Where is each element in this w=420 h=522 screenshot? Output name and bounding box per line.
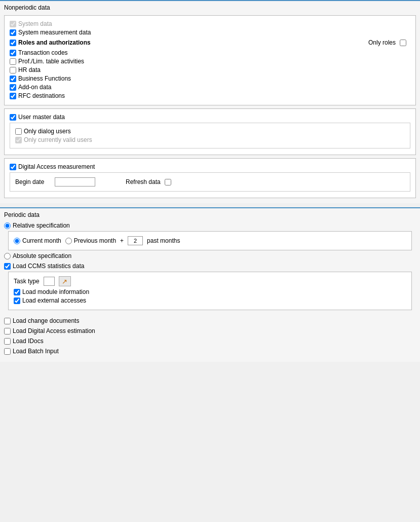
- months-input[interactable]: [128, 236, 143, 245]
- periodic-title: Periodic data: [0, 210, 420, 220]
- user-master-checkbox[interactable]: [10, 114, 16, 121]
- absolute-spec-radio[interactable]: [4, 253, 11, 259]
- business-functions-label: Business Functions: [18, 75, 71, 82]
- only-dialog-checkbox[interactable]: [15, 128, 22, 135]
- load-module-info-item: Load module information: [14, 288, 406, 295]
- nonperiodic-title: Nonperiodic data: [0, 3, 420, 13]
- hr-data-checkbox[interactable]: [10, 67, 16, 73]
- rfc-destinations-label: RFC destinations: [18, 92, 65, 99]
- system-data-checkbox[interactable]: [10, 21, 16, 27]
- digital-access-checkbox[interactable]: [10, 164, 16, 170]
- digital-access-inner: Begin date Refresh data: [10, 172, 410, 192]
- load-idocs-item: Load IDocs: [4, 338, 416, 345]
- begin-date-label: Begin date: [15, 178, 51, 185]
- refresh-data-label: Refresh data: [126, 178, 161, 185]
- current-month-label: Current month: [22, 237, 61, 244]
- transaction-codes-checkbox[interactable]: [10, 50, 16, 56]
- user-master-inner: Only dialog users Only currently valid u…: [10, 123, 410, 148]
- previous-month-radio-item: Previous month: [65, 237, 116, 244]
- only-roles-checkbox[interactable]: [400, 40, 406, 46]
- prof-lim-item: Prof./Lim. table activities: [10, 58, 410, 65]
- load-change-docs-item: Load change documents: [4, 317, 416, 324]
- begin-date-group: Begin date: [15, 177, 95, 187]
- task-type-input[interactable]: [44, 277, 55, 286]
- task-type-label: Task type: [14, 278, 40, 285]
- rfc-destinations-item: RFC destinations: [10, 92, 410, 99]
- export-icon: ↗: [62, 278, 67, 285]
- digital-access-label: Digital Access measurement: [18, 163, 95, 170]
- absolute-spec-label: Absolute specification: [13, 252, 71, 259]
- addon-data-checkbox[interactable]: [10, 84, 16, 91]
- load-ccms-checkbox[interactable]: [4, 263, 11, 270]
- relative-spec-radio-item: Relative specification: [4, 222, 416, 229]
- current-month-radio[interactable]: [14, 238, 20, 244]
- refresh-data-checkbox[interactable]: [165, 179, 171, 185]
- only-roles-group: Only roles: [368, 39, 410, 46]
- load-change-docs-checkbox[interactable]: [4, 318, 11, 324]
- addon-data-label: Add-on data: [18, 84, 51, 91]
- load-batch-input-item: Load Batch Input: [4, 348, 416, 355]
- only-valid-item: Only currently valid users: [15, 136, 405, 143]
- load-batch-input-checkbox[interactable]: [4, 348, 11, 355]
- relative-spec-content: Current month Previous month + past mont…: [8, 231, 412, 250]
- relative-spec-container: Relative specification Current month Pre…: [4, 222, 416, 250]
- begin-date-input[interactable]: [55, 177, 95, 187]
- business-functions-checkbox[interactable]: [10, 76, 16, 82]
- user-master-header: User master data: [10, 114, 410, 121]
- nonperiodic-box: System data System measurement data Role…: [4, 15, 416, 105]
- periodic-section: Periodic data Relative specification Cur…: [0, 207, 420, 362]
- only-roles-text: Only roles: [368, 39, 396, 46]
- user-master-section: User master data Only dialog users Only …: [4, 108, 416, 155]
- system-measurement-item: System measurement data: [10, 29, 410, 36]
- relative-spec-radio[interactable]: [4, 222, 11, 229]
- refresh-data-group: Refresh data: [126, 178, 171, 185]
- rfc-destinations-checkbox[interactable]: [10, 93, 16, 99]
- absolute-spec-radio-item: Absolute specification: [4, 252, 416, 259]
- load-digital-access-est-checkbox[interactable]: [4, 328, 11, 334]
- ccms-container: Load CCMS statistics data Task type ↗ Lo…: [4, 263, 416, 310]
- hr-data-item: HR data: [10, 66, 410, 73]
- previous-month-label: Previous month: [74, 237, 116, 244]
- only-dialog-label: Only dialog users: [24, 128, 71, 135]
- transaction-codes-label: Transaction codes: [18, 49, 68, 56]
- system-data-item: System data: [10, 20, 410, 27]
- relative-spec-label: Relative specification: [13, 222, 70, 229]
- load-external-checkbox[interactable]: [14, 297, 20, 304]
- export-icon-button[interactable]: ↗: [59, 276, 71, 286]
- system-measurement-checkbox[interactable]: [10, 29, 16, 36]
- roles-auth-checkbox[interactable]: [10, 40, 16, 46]
- transaction-codes-item: Transaction codes: [10, 49, 410, 56]
- previous-month-radio[interactable]: [65, 238, 72, 244]
- load-ccms-header: Load CCMS statistics data: [4, 263, 416, 270]
- past-months-label: past months: [147, 237, 180, 244]
- ccms-box: Task type ↗ Load module information Load…: [8, 272, 412, 310]
- load-idocs-checkbox[interactable]: [4, 338, 11, 345]
- load-change-docs-label: Load change documents: [13, 317, 79, 324]
- addon-data-item: Add-on data: [10, 84, 410, 91]
- prof-lim-checkbox[interactable]: [10, 58, 16, 65]
- load-external-item: Load external accesses: [14, 297, 406, 304]
- load-idocs-label: Load IDocs: [13, 338, 44, 345]
- hr-data-label: HR data: [18, 66, 41, 73]
- roles-auth-item: Roles and authorizations: [10, 39, 91, 46]
- absolute-spec-container: Absolute specification: [4, 252, 416, 259]
- load-digital-access-est-item: Load Digital Access estimation: [4, 327, 416, 334]
- bottom-items: Load change documents Load Digital Acces…: [0, 312, 420, 360]
- month-selection-row: Current month Previous month + past mont…: [14, 236, 406, 246]
- current-month-radio-item: Current month: [14, 237, 61, 244]
- load-digital-access-est-label: Load Digital Access estimation: [13, 327, 95, 334]
- system-data-label: System data: [18, 20, 52, 27]
- nonperiodic-section: Nonperiodic data System data System meas…: [0, 0, 420, 203]
- only-valid-checkbox[interactable]: [15, 137, 22, 143]
- only-dialog-item: Only dialog users: [15, 128, 405, 135]
- roles-auth-row: Roles and authorizations Only roles: [10, 38, 410, 48]
- user-master-label: User master data: [18, 114, 65, 121]
- load-ccms-label: Load CCMS statistics data: [13, 263, 84, 270]
- digital-access-section: Digital Access measurement Begin date Re…: [4, 158, 416, 198]
- business-functions-item: Business Functions: [10, 75, 410, 82]
- only-valid-label: Only currently valid users: [24, 136, 92, 143]
- load-batch-input-label: Load Batch Input: [13, 348, 59, 355]
- load-external-label: Load external accesses: [22, 297, 86, 304]
- prof-lim-label: Prof./Lim. table activities: [18, 58, 84, 65]
- load-module-info-checkbox[interactable]: [14, 289, 20, 295]
